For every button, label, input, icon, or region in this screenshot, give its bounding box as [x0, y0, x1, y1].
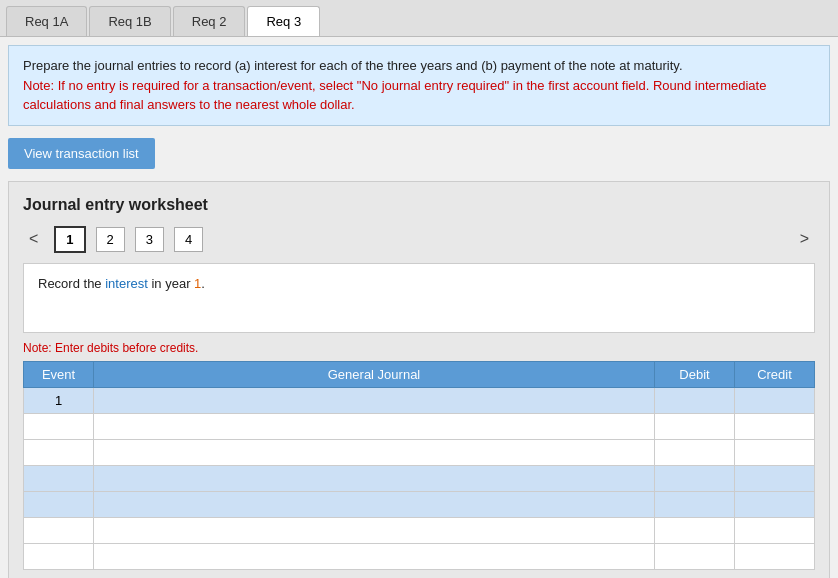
input-credit[interactable] [735, 466, 814, 491]
instruction-box: Prepare the journal entries to record (a… [8, 45, 830, 126]
journal-table: Event General Journal Debit Credit [23, 361, 815, 570]
cell-debit [655, 543, 735, 569]
tab-req1b[interactable]: Req 1B [89, 6, 170, 36]
input-journal[interactable] [94, 492, 654, 517]
col-header-journal: General Journal [94, 361, 655, 387]
input-event[interactable] [24, 440, 93, 465]
cell-debit [655, 517, 735, 543]
cell-credit [735, 439, 815, 465]
record-desc-box: Record the interest in year 1. [23, 263, 815, 333]
table-row [24, 413, 815, 439]
tabs-bar: Req 1A Req 1B Req 2 Req 3 [0, 0, 838, 37]
cell-debit [655, 465, 735, 491]
input-credit[interactable] [735, 518, 814, 543]
cell-debit [655, 491, 735, 517]
table-row [24, 387, 815, 413]
input-debit[interactable] [655, 492, 734, 517]
col-header-event: Event [24, 361, 94, 387]
instruction-note: Note: If no entry is required for a tran… [23, 78, 766, 113]
input-event[interactable] [24, 544, 93, 569]
cell-credit [735, 413, 815, 439]
input-debit[interactable] [655, 388, 734, 413]
tab-req3[interactable]: Req 3 [247, 6, 320, 36]
table-row [24, 543, 815, 569]
table-row [24, 517, 815, 543]
instruction-main: Prepare the journal entries to record (a… [23, 58, 683, 73]
input-event[interactable] [24, 388, 93, 413]
input-event[interactable] [24, 414, 93, 439]
cell-event [24, 413, 94, 439]
page-btn-2[interactable]: 2 [96, 227, 125, 252]
input-journal[interactable] [94, 466, 654, 491]
input-debit[interactable] [655, 440, 734, 465]
input-debit[interactable] [655, 518, 734, 543]
table-row [24, 465, 815, 491]
input-event[interactable] [24, 466, 93, 491]
input-debit[interactable] [655, 544, 734, 569]
input-credit[interactable] [735, 440, 814, 465]
col-header-credit: Credit [735, 361, 815, 387]
page-btn-4[interactable]: 4 [174, 227, 203, 252]
table-row [24, 439, 815, 465]
input-journal[interactable] [94, 518, 654, 543]
input-journal[interactable] [94, 388, 654, 413]
cell-credit [735, 387, 815, 413]
cell-credit [735, 465, 815, 491]
cell-journal [94, 439, 655, 465]
input-debit[interactable] [655, 414, 734, 439]
view-transaction-button[interactable]: View transaction list [8, 138, 155, 169]
cell-debit [655, 413, 735, 439]
cell-debit [655, 439, 735, 465]
input-credit[interactable] [735, 388, 814, 413]
input-event[interactable] [24, 518, 93, 543]
record-desc-text: Record the interest in year 1. [38, 276, 205, 291]
page-btn-3[interactable]: 3 [135, 227, 164, 252]
col-header-debit: Debit [655, 361, 735, 387]
tab-req1a[interactable]: Req 1A [6, 6, 87, 36]
input-journal[interactable] [94, 440, 654, 465]
cell-event [24, 439, 94, 465]
cell-journal [94, 491, 655, 517]
cell-journal [94, 465, 655, 491]
cell-journal [94, 413, 655, 439]
cell-event [24, 517, 94, 543]
note-enter: Note: Enter debits before credits. [23, 341, 815, 355]
cell-credit [735, 517, 815, 543]
page-btn-1[interactable]: 1 [54, 226, 85, 253]
cell-debit [655, 387, 735, 413]
cell-journal [94, 517, 655, 543]
tab-req2[interactable]: Req 2 [173, 6, 246, 36]
input-credit[interactable] [735, 544, 814, 569]
nav-prev-arrow[interactable]: < [23, 228, 44, 250]
input-debit[interactable] [655, 466, 734, 491]
worksheet-title: Journal entry worksheet [23, 196, 815, 214]
cell-journal [94, 543, 655, 569]
input-event[interactable] [24, 492, 93, 517]
worksheet-container: Journal entry worksheet < 1 2 3 4 > Reco… [8, 181, 830, 579]
cell-journal [94, 387, 655, 413]
cell-event [24, 387, 94, 413]
cell-event [24, 491, 94, 517]
cell-credit [735, 491, 815, 517]
table-row [24, 491, 815, 517]
input-journal[interactable] [94, 544, 654, 569]
page-nav: < 1 2 3 4 > [23, 226, 815, 253]
cell-event [24, 465, 94, 491]
cell-event [24, 543, 94, 569]
input-journal[interactable] [94, 414, 654, 439]
nav-next-arrow[interactable]: > [794, 228, 815, 250]
cell-credit [735, 543, 815, 569]
input-credit[interactable] [735, 492, 814, 517]
input-credit[interactable] [735, 414, 814, 439]
